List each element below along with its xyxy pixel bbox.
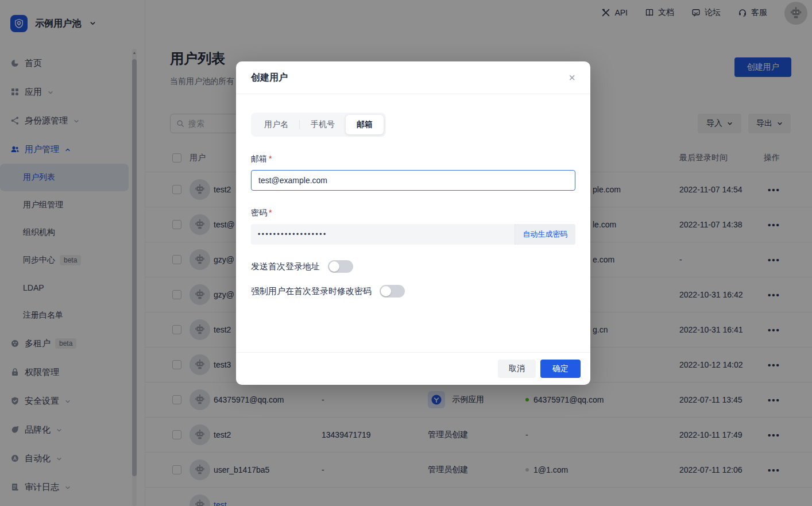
tab-用户名[interactable]: 用户名: [253, 115, 299, 134]
required-star: *: [269, 208, 272, 217]
autogenerate-password-button[interactable]: 自动生成密码: [515, 224, 575, 245]
cancel-button[interactable]: 取消: [498, 360, 536, 378]
send-first-login-toggle[interactable]: [328, 260, 353, 273]
tab-邮箱[interactable]: 邮箱: [346, 115, 384, 134]
modal-header: 创建用户 ×: [236, 61, 590, 94]
email-field-label: 邮箱*: [251, 154, 575, 164]
password-field-label: 密码*: [251, 208, 575, 218]
required-star: *: [269, 154, 272, 163]
confirm-button[interactable]: 确定: [540, 360, 581, 378]
force-change-password-toggle[interactable]: [380, 285, 405, 298]
close-icon[interactable]: ×: [569, 72, 575, 83]
modal-footer: 取消 确定: [236, 352, 590, 385]
password-masked-value: ••••••••••••••••••: [251, 230, 515, 238]
password-field[interactable]: •••••••••••••••••• 自动生成密码: [251, 224, 575, 245]
send-first-login-label: 发送首次登录地址: [251, 261, 320, 272]
force-change-password-label: 强制用户在首次登录时修改密码: [251, 286, 372, 297]
modal-title: 创建用户: [251, 72, 288, 84]
create-user-modal: 创建用户 × 用户名手机号邮箱 邮箱* 密码* ••••••••••••••••…: [236, 61, 590, 385]
email-input[interactable]: [251, 170, 575, 191]
create-mode-tabs: 用户名手机号邮箱: [251, 113, 386, 137]
tab-手机号[interactable]: 手机号: [300, 115, 346, 134]
modal-body: 用户名手机号邮箱 邮箱* 密码* •••••••••••••••••• 自动生成…: [236, 94, 590, 298]
